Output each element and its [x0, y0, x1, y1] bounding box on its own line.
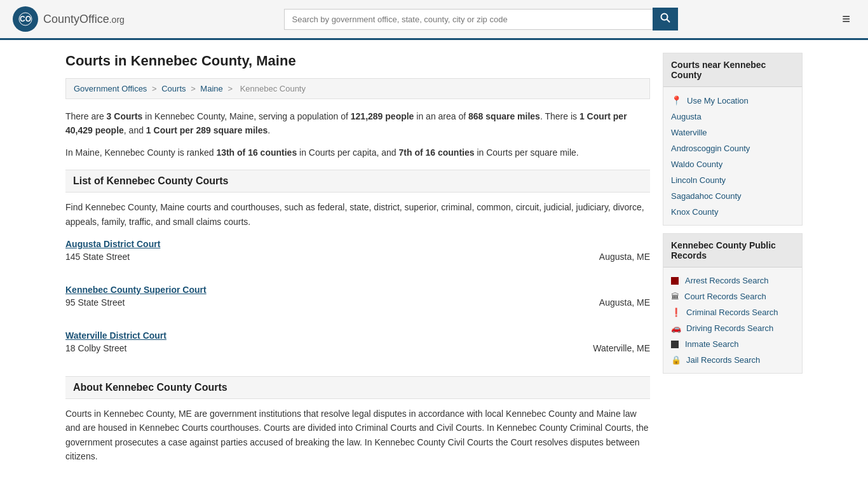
- intro-paragraph: There are 3 Courts in Kennebec County, M…: [65, 109, 650, 138]
- court-name-2[interactable]: Waterville District Court: [65, 330, 650, 341]
- nearby-link-androscoggin[interactable]: Androscoggin County: [671, 144, 750, 153]
- nearby-waterville[interactable]: Waterville: [671, 125, 794, 140]
- arrest-icon: [671, 277, 679, 285]
- about-text: Courts in Kennebec County, ME are govern…: [65, 407, 650, 464]
- public-records-section: Kennebec County Public Records Arrest Re…: [663, 233, 803, 374]
- logo-icon: CO: [13, 6, 38, 32]
- court-records-icon: 🏛: [671, 292, 679, 301]
- breadcrumb-maine[interactable]: Maine: [200, 84, 222, 93]
- location-icon: 📍: [671, 95, 682, 105]
- breadcrumb-gov-offices[interactable]: Government Offices: [74, 84, 147, 93]
- criminal-records-icon: ❗: [671, 308, 681, 317]
- court-entry-1: Kennebec County Superior Court 95 State …: [65, 285, 650, 318]
- menu-button[interactable]: ≡: [837, 8, 855, 30]
- logo-area: CO CountyOffice.org: [13, 6, 125, 32]
- logo-tld: .org: [109, 15, 125, 25]
- header: CO CountyOffice.org ≡: [0, 0, 868, 40]
- breadcrumb: Government Offices > Courts > Maine > Ke…: [65, 78, 650, 99]
- rank2: 7th of 16 counties: [399, 147, 475, 158]
- nearby-link-lincoln[interactable]: Lincoln County: [671, 175, 726, 185]
- nearby-lincoln[interactable]: Lincoln County: [671, 172, 794, 188]
- nearby-augusta[interactable]: Augusta: [671, 109, 794, 125]
- courts-count: 3 Courts: [107, 111, 143, 121]
- nearby-link-sagadahoc[interactable]: Sagadahoc County: [671, 191, 742, 201]
- search-input[interactable]: [284, 9, 653, 30]
- nearby-androscoggin[interactable]: Androscoggin County: [671, 140, 794, 156]
- driving-records-icon: 🚗: [671, 323, 681, 333]
- court-per-sqmi: 1 Court per 289 square miles: [146, 125, 268, 135]
- court-location-0: Augusta, ME: [599, 252, 650, 262]
- use-my-location-item[interactable]: 📍 Use My Location: [671, 92, 794, 109]
- list-section-header: List of Kennebec County Courts: [65, 170, 650, 193]
- jail-records-link[interactable]: Jail Records Search: [686, 355, 760, 365]
- svg-point-2: [661, 14, 667, 20]
- nearby-link-waterville[interactable]: Waterville: [671, 128, 707, 137]
- search-button[interactable]: [653, 8, 678, 30]
- court-records-link[interactable]: Court Records Search: [684, 292, 766, 301]
- court-entry-2: Waterville District Court 18 Colby Stree…: [65, 330, 650, 363]
- court-location-1: Augusta, ME: [599, 297, 650, 308]
- area: 868 square miles: [468, 111, 540, 121]
- svg-line-3: [667, 20, 670, 23]
- nearby-sagadahoc[interactable]: Sagadahoc County: [671, 188, 794, 204]
- nearby-link-augusta[interactable]: Augusta: [671, 112, 702, 121]
- jail-records-icon: 🔒: [671, 355, 681, 365]
- logo-office: Office: [79, 13, 109, 25]
- nearby-link-knox[interactable]: Knox County: [671, 207, 718, 217]
- about-section-header: About Kennebec County Courts: [65, 376, 650, 399]
- criminal-records-item[interactable]: ❗ Criminal Records Search: [671, 304, 794, 320]
- driving-records-link[interactable]: Driving Records Search: [686, 323, 773, 333]
- sidebar: Courts near Kennebec County 📍 Use My Loc…: [663, 53, 803, 464]
- nearby-courts-section: Courts near Kennebec County 📍 Use My Loc…: [663, 53, 803, 226]
- public-records-body: Arrest Records Search 🏛 Court Records Se…: [663, 268, 802, 373]
- inmate-search-link[interactable]: Inmate Search: [685, 339, 739, 349]
- page-title: Courts in Kennebec County, Maine: [65, 53, 650, 69]
- jail-records-item[interactable]: 🔒 Jail Records Search: [671, 352, 794, 368]
- nearby-waldo[interactable]: Waldo County: [671, 156, 794, 172]
- inmate-search-icon: [671, 341, 679, 348]
- nearby-knox[interactable]: Knox County: [671, 204, 794, 220]
- court-address-1: 95 State Street: [65, 297, 125, 308]
- breadcrumb-current: Kennebec County: [240, 84, 306, 93]
- logo-text: CountyOffice.org: [43, 13, 125, 26]
- nearby-courts-header: Courts near Kennebec County: [663, 53, 802, 87]
- court-name-1[interactable]: Kennebec County Superior Court: [65, 285, 650, 295]
- use-my-location-link[interactable]: Use My Location: [687, 96, 749, 105]
- nearby-link-waldo[interactable]: Waldo County: [671, 159, 722, 169]
- main-container: Courts in Kennebec County, Maine Governm…: [53, 40, 815, 477]
- public-records-header: Kennebec County Public Records: [663, 234, 802, 268]
- breadcrumb-courts[interactable]: Courts: [161, 84, 186, 93]
- nearby-courts-body: 📍 Use My Location Augusta Waterville And…: [663, 87, 802, 225]
- arrest-records-link[interactable]: Arrest Records Search: [685, 276, 769, 285]
- court-name-0[interactable]: Augusta District Court: [65, 239, 650, 249]
- driving-records-item[interactable]: 🚗 Driving Records Search: [671, 320, 794, 336]
- court-records-item[interactable]: 🏛 Court Records Search: [671, 288, 794, 304]
- court-entry-0: Augusta District Court 145 State Street …: [65, 239, 650, 272]
- search-area: [284, 8, 678, 30]
- inmate-search-item[interactable]: Inmate Search: [671, 336, 794, 352]
- arrest-records-item[interactable]: Arrest Records Search: [671, 273, 794, 288]
- courts-list-description: Find Kennebec County, Maine courts and c…: [65, 200, 650, 229]
- logo-county: County: [43, 13, 79, 25]
- svg-text:CO: CO: [20, 15, 31, 24]
- population: 121,289 people: [351, 111, 414, 121]
- rank1: 13th of 16 counties: [216, 147, 297, 158]
- criminal-records-link[interactable]: Criminal Records Search: [686, 308, 778, 317]
- ranking-paragraph: In Maine, Kennebec County is ranked 13th…: [65, 146, 650, 159]
- content-area: Courts in Kennebec County, Maine Governm…: [65, 53, 650, 464]
- court-location-2: Waterville, ME: [593, 343, 650, 353]
- court-address-2: 18 Colby Street: [65, 343, 127, 353]
- court-address-0: 145 State Street: [65, 252, 130, 262]
